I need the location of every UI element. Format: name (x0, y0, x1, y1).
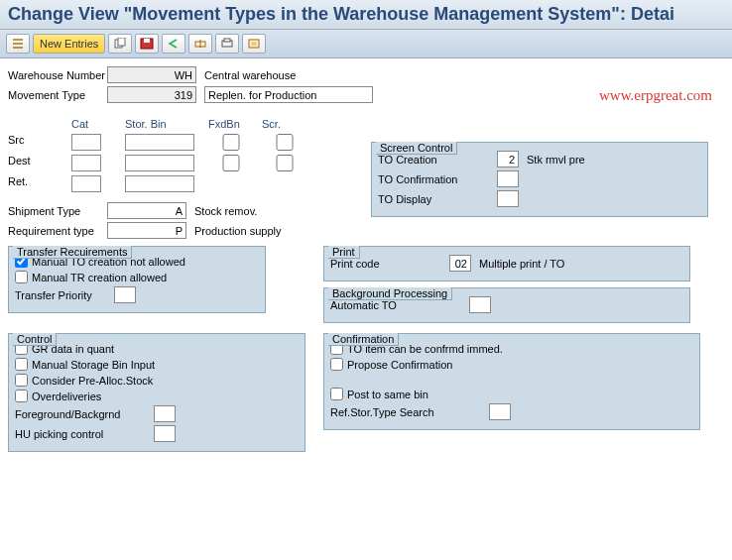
page-title: Change View "Movement Types in the Wareh… (0, 0, 732, 30)
svg-rect-3 (144, 39, 150, 43)
automatic-to-field[interactable] (469, 296, 491, 313)
to-display-field[interactable] (497, 190, 519, 207)
ret-storbin-field[interactable] (125, 175, 194, 192)
manual-storbin-check[interactable] (15, 358, 28, 371)
transfer-req-title: Transfer Recuirements (13, 246, 132, 259)
toolbar: New Entries (0, 30, 732, 58)
manual-tr-allowed-label: Manual TR creation allowed (32, 272, 167, 283)
prealloc-check[interactable] (15, 374, 28, 387)
post-same-bin-label: Post to same bin (347, 389, 428, 400)
hu-picking-label: HU picking control (15, 428, 154, 440)
hu-picking-field[interactable] (154, 425, 176, 442)
svg-rect-6 (224, 39, 230, 42)
dest-scr-check[interactable] (262, 155, 307, 171)
watermark: www.erpgreat.com (599, 87, 712, 104)
confirmation-title: Confirmation (328, 333, 399, 346)
col-scr-label: Scr. (262, 118, 311, 130)
overdeliveries-check[interactable] (15, 390, 28, 402)
col-fxdbn-label: FxdBn (208, 118, 258, 130)
shipment-type-desc: Stock remov. (194, 205, 257, 217)
src-cat-field[interactable] (71, 134, 101, 151)
fgbg-field[interactable] (154, 405, 176, 422)
src-storbin-field[interactable] (125, 134, 194, 151)
to-creation-label: TO Creation (378, 154, 497, 166)
requirement-type-label: Requirement type (8, 225, 107, 237)
control-title: Control (13, 333, 57, 346)
save-icon[interactable] (135, 34, 159, 54)
to-confirmation-label: TO Confirmation (378, 173, 497, 185)
to-confirmation-field[interactable] (497, 170, 519, 187)
dest-storbin-field[interactable] (125, 155, 194, 171)
overdeliveries-label: Overdeliveries (32, 391, 101, 402)
dest-cat-field[interactable] (71, 155, 101, 171)
row-src-label: Src (8, 134, 67, 151)
shipment-type-field[interactable] (107, 202, 186, 219)
transfer-priority-field[interactable] (114, 286, 136, 303)
src-scr-check[interactable] (262, 134, 307, 151)
print-code-label: Print code (330, 258, 449, 270)
transfer-priority-label: Transfer Priority (15, 289, 114, 301)
ref-stor-type-label: Ref.Stor.Type Search (330, 406, 489, 418)
propose-confirm-check[interactable] (330, 358, 343, 371)
requirement-type-field[interactable] (107, 222, 186, 239)
src-fxdbn-check[interactable] (208, 134, 254, 151)
expand-icon[interactable] (6, 34, 30, 54)
manual-storbin-label: Manual Storage Bin Input (32, 359, 155, 371)
requirement-type-desc: Production supply (194, 225, 281, 237)
row-ret-label: Ret. (8, 175, 67, 192)
transport-icon[interactable] (188, 34, 212, 54)
manual-tr-allowed-check[interactable] (15, 271, 28, 283)
col-storbin-label: Stor. Bin (125, 118, 204, 130)
to-creation-desc: Stk rmvl pre (527, 154, 585, 166)
print-icon[interactable] (215, 34, 239, 54)
new-entries-button[interactable]: New Entries (33, 34, 105, 54)
ret-cat-field[interactable] (71, 175, 101, 192)
svg-rect-1 (118, 38, 125, 46)
print-code-desc: Multiple print / TO (479, 258, 564, 270)
prealloc-label: Consider Pre-Alloc.Stock (32, 375, 153, 387)
col-cat-label: Cat (71, 118, 121, 130)
svg-rect-8 (251, 42, 257, 46)
bg-processing-title: Background Processing (328, 287, 452, 300)
movement-type-desc-field[interactable] (204, 86, 373, 103)
warehouse-number-label: Warehouse Number (8, 69, 107, 81)
print-code-field[interactable] (449, 255, 471, 272)
copy-icon[interactable] (108, 34, 132, 54)
post-same-bin-check[interactable] (330, 388, 343, 400)
screen-control-title: Screen Control (376, 142, 457, 155)
warehouse-number-desc: Central warehouse (204, 69, 296, 81)
undo-icon[interactable] (162, 34, 185, 54)
ref-stor-type-field[interactable] (489, 403, 511, 420)
dest-fxdbn-check[interactable] (208, 155, 254, 171)
row-dest-label: Dest (8, 155, 67, 171)
propose-confirm-label: Propose Confirmation (347, 359, 452, 371)
to-creation-field[interactable] (497, 151, 519, 168)
movement-type-field[interactable] (107, 86, 196, 103)
select-icon[interactable] (242, 34, 266, 54)
movement-type-label: Movement Type (8, 89, 107, 101)
print-title: Print (328, 246, 360, 259)
shipment-type-label: Shipment Type (8, 205, 107, 217)
fgbg-label: Foreground/Backgrnd (15, 408, 154, 420)
warehouse-number-field[interactable] (107, 66, 196, 83)
automatic-to-label: Automatic TO (330, 299, 469, 311)
to-display-label: TO Display (378, 193, 497, 205)
